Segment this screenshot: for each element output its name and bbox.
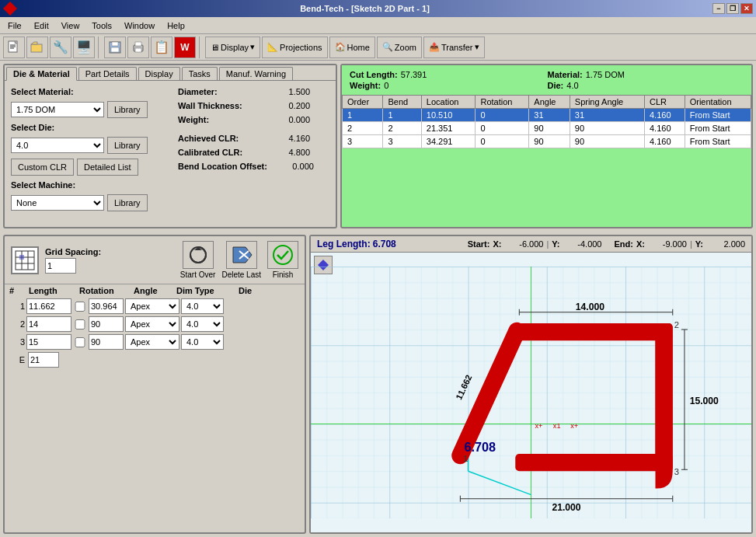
menu-edit[interactable]: Edit	[28, 19, 55, 32]
part-row-3: 3 Apex 4.0	[8, 334, 301, 350]
svg-text:1: 1	[463, 454, 468, 463]
machine-library-button[interactable]: Library	[107, 194, 148, 211]
toolbar-home-dropdown[interactable]: 🏠 Home	[329, 37, 375, 58]
table-row[interactable]: 2221.351090904.160From Start	[343, 122, 751, 135]
toolbar-new-button[interactable]	[3, 37, 25, 58]
ph-length: Length	[29, 286, 79, 295]
restore-button[interactable]: ❐	[726, 3, 739, 14]
main-content: Die & Material Part Details Display Task…	[0, 61, 756, 537]
die-select[interactable]: 4.0	[11, 138, 104, 153]
menu-help[interactable]: Help	[161, 19, 191, 32]
pr-length-2[interactable]	[26, 316, 71, 332]
select-material-label: Select Material:	[11, 87, 96, 96]
toolbar-btn7[interactable]: W	[174, 37, 196, 58]
toolbar-save-button[interactable]	[104, 37, 126, 58]
app-logo	[3, 2, 17, 16]
toolbar-display-dropdown[interactable]: 🖥 Display ▾	[205, 37, 260, 58]
pr-rotation-2[interactable]	[73, 319, 87, 330]
svg-text:14.000: 14.000	[576, 302, 604, 312]
toolbar-icon4[interactable]: 🖥️	[73, 37, 95, 58]
toolbar-projections-dropdown[interactable]: 📐 Projections	[262, 37, 327, 58]
weight-value: 0.000	[263, 115, 310, 124]
start-y-label: Y:	[552, 239, 559, 249]
svg-text:15.000: 15.000	[690, 396, 719, 406]
tab-manuf-warning[interactable]: Manuf. Warning	[219, 67, 293, 80]
pr-dimtype-3[interactable]: Apex	[125, 334, 179, 350]
svg-rect-34	[515, 454, 673, 471]
leg-length-label: Leg Length:	[317, 239, 371, 249]
material-library-button[interactable]: Library	[107, 101, 148, 118]
svg-rect-12	[135, 42, 141, 46]
toolbar-zoom-dropdown[interactable]: 🔍 Zoom	[377, 37, 422, 58]
pr-angle-2[interactable]	[89, 316, 124, 332]
tab-part-details[interactable]: Part Details	[78, 67, 137, 80]
pr-die-3[interactable]: 4.0	[181, 334, 224, 350]
wall-thickness-row: Wall Thickness: 0.200	[178, 101, 329, 110]
bottom-area: Grid Spacing: Start O	[0, 232, 756, 537]
start-over-label: Start Over	[180, 270, 216, 279]
coord-info: Start: X: -6.000 | Y: -4.000 End: X: -9.…	[468, 239, 745, 249]
pr-die-2[interactable]: 4.0	[181, 316, 224, 332]
svg-rect-9	[111, 47, 119, 52]
die-select-row: 4.0 Library	[11, 137, 162, 154]
col-angle: Angle	[529, 96, 570, 109]
pr-angle-1[interactable]	[89, 298, 124, 314]
table-row[interactable]: 3334.291090904.160From Start	[343, 135, 751, 148]
menu-file[interactable]: File	[2, 19, 28, 32]
svg-rect-11	[135, 48, 141, 52]
pr-dimtype-1[interactable]: Apex	[125, 298, 179, 314]
cut-length-value: 57.391	[401, 70, 427, 79]
machine-select-row: None Library	[11, 194, 162, 211]
custom-clr-button[interactable]: Custom CLR	[11, 159, 74, 176]
menu-view[interactable]: View	[55, 19, 86, 32]
leg-length-value: 6.708	[373, 239, 396, 249]
svg-text:3: 3	[674, 467, 679, 476]
toolbar-sep2	[199, 37, 202, 58]
detailed-list-button[interactable]: Detailed List	[77, 159, 138, 176]
svg-rect-5	[31, 44, 42, 52]
delete-last-control[interactable]: Delete Last	[221, 241, 261, 279]
pr-length-3[interactable]	[26, 334, 71, 350]
menu-window[interactable]: Window	[118, 19, 161, 32]
material-value: 1.75 DOM	[586, 70, 625, 79]
die-library-button[interactable]: Library	[107, 137, 148, 154]
tab-tasks[interactable]: Tasks	[182, 67, 218, 80]
svg-text:6.708: 6.708	[464, 440, 496, 454]
tab-die-material[interactable]: Die & Material	[6, 67, 77, 81]
close-button[interactable]: ✕	[740, 3, 753, 14]
pr-angle-3[interactable]	[89, 334, 124, 350]
pr-rotation-1[interactable]	[73, 302, 87, 312]
material-label: Material:	[548, 70, 583, 79]
pr-die-1[interactable]: 4.0	[181, 298, 224, 314]
toolbar-btn6[interactable]: 📋	[151, 37, 172, 58]
tab-display[interactable]: Display	[138, 67, 180, 80]
select-material-row: Select Material:	[11, 87, 162, 96]
toolbar-transfer-dropdown[interactable]: 📤 Transfer ▾	[423, 37, 485, 58]
toolbar-print-button[interactable]	[127, 37, 149, 58]
pr-rotation-3[interactable]	[73, 337, 87, 347]
toolbar-open-button[interactable]	[26, 37, 48, 58]
material-select[interactable]: 1.75 DOM	[11, 102, 104, 117]
grid-spacing-input[interactable]	[45, 258, 76, 274]
panel-content: Select Material: 1.75 DOM Library Select…	[5, 80, 336, 222]
start-label: Start:	[468, 239, 490, 249]
start-over-control[interactable]: Start Over	[180, 241, 216, 279]
machine-select[interactable]: None	[11, 195, 104, 211]
pr-length-1[interactable]	[26, 298, 71, 314]
col-clr: CLR	[644, 96, 685, 109]
finish-control[interactable]: Finish	[267, 241, 298, 279]
pr-end-value[interactable]	[28, 352, 59, 368]
canvas-drawing[interactable]: 14.000 15.000 21.000 11.662	[311, 253, 751, 532]
end-coord-row: End: X: -9.000 | Y: 2.000	[615, 239, 746, 249]
calibrated-clr-row: Calibrated CLR: 4.800	[178, 148, 329, 157]
svg-point-24	[273, 246, 292, 264]
toolbar-icon3[interactable]: 🔧	[50, 37, 71, 58]
menu-tools[interactable]: Tools	[85, 19, 118, 32]
achieved-clr-value: 4.160	[263, 134, 310, 143]
part-row-1: 1 Apex 4.0	[8, 298, 301, 314]
minimize-button[interactable]: −	[712, 3, 725, 14]
table-row[interactable]: 1110.510031314.160From Start	[343, 109, 751, 122]
pr-dimtype-2[interactable]: Apex	[125, 316, 179, 332]
end-label: End:	[615, 239, 633, 249]
leg-length-display: Leg Length: 6.708	[317, 239, 396, 249]
